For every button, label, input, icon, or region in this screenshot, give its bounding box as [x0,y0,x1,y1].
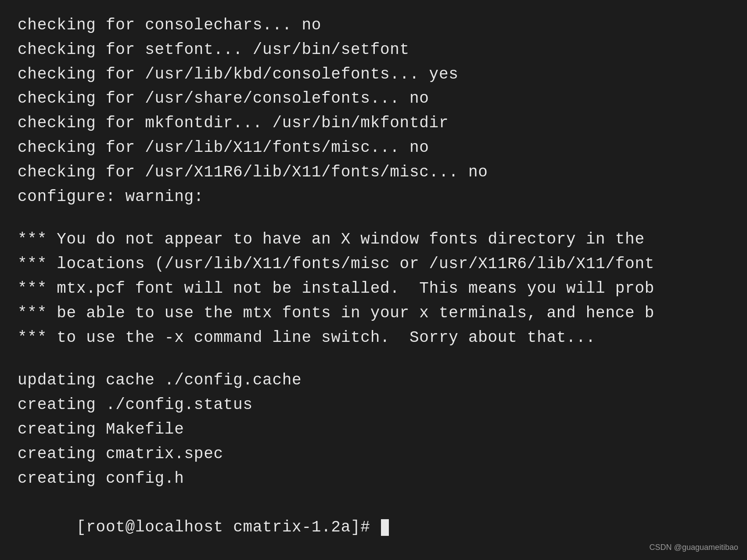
terminal-line: checking for setfont... /usr/bin/setfont [18,38,729,62]
terminal-line: creating ./config.status [18,393,729,417]
terminal-line: checking for consolechars... no [18,13,729,38]
terminal-line: *** to use the -x command line switch. S… [18,326,729,350]
watermark-text: CSDN @guaguameitibao [650,543,738,552]
terminal-output: checking for consolechars... no checking… [18,13,729,560]
terminal-line: *** locations (/usr/lib/X11/fonts/misc o… [18,252,729,276]
terminal-line: checking for /usr/lib/X11/fonts/misc... … [18,136,729,160]
terminal-cursor [381,519,389,536]
terminal-line: *** You do not appear to have an X windo… [18,227,729,252]
terminal-prompt: [root@localhost cmatrix-1.2a]# [76,518,380,536]
terminal-line: checking for /usr/X11R6/lib/X11/fonts/mi… [18,160,729,185]
terminal-line: creating config.h [18,467,729,491]
terminal-line: configure: warning: [18,185,729,209]
terminal-line: creating Makefile [18,417,729,442]
terminal-line: checking for /usr/lib/kbd/consolefonts..… [18,62,729,87]
terminal-blank-line [18,350,729,368]
terminal-line: updating cache ./config.cache [18,368,729,393]
terminal-prompt-line[interactable]: [root@localhost cmatrix-1.2a]# [18,491,729,560]
terminal-blank-line [18,209,729,227]
terminal-line: checking for mkfontdir... /usr/bin/mkfon… [18,111,729,136]
terminal-window: checking for consolechars... no checking… [0,0,747,560]
terminal-line: *** be able to use the mtx fonts in your… [18,301,729,326]
terminal-line: checking for /usr/share/consolefonts... … [18,86,729,111]
terminal-line: creating cmatrix.spec [18,442,729,467]
terminal-line: *** mtx.pcf font will not be installed. … [18,276,729,301]
